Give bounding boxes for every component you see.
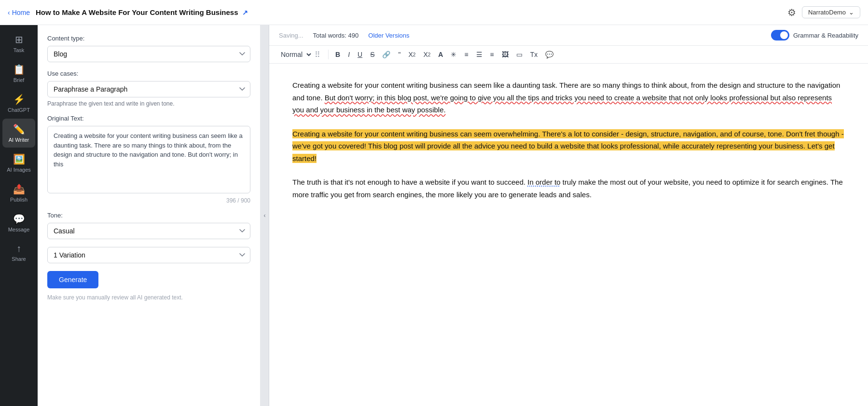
saving-status: Saving... [279,32,303,39]
comment-button[interactable]: 💬 [542,49,556,60]
subscript-button[interactable]: X2 [405,49,418,60]
ai-disclaimer: Make sure you manually review all AI gen… [47,294,250,301]
publish-icon: 📤 [13,183,25,195]
use-case-select[interactable]: Paraphrase a Paragraph [47,81,250,97]
sidebar-item-label-ai-images: AI Images [7,167,31,173]
sidebar-item-ai-images[interactable]: 🖼️ AI Images [2,149,35,177]
sidebar-item-task[interactable]: ⊞ Task [2,29,35,58]
sidebar-item-brief[interactable]: 📋 Brief [2,59,35,88]
paragraph-3-dotted: In order to [527,178,560,186]
title-text: How to Make A Website For Your Content W… [36,8,238,16]
user-menu-button[interactable]: NarratoDemo ⌄ [802,6,860,18]
left-panel: Content type: Blog Use cases: Paraphrase… [38,25,261,406]
tone-label: Tone: [47,212,250,219]
chevron-left-icon: ‹ [264,212,266,219]
collapse-handle[interactable]: ‹ [261,25,269,406]
sidebar-item-ai-writer[interactable]: ✏️ AI Writer [2,119,35,148]
original-text-input[interactable]: Creating a website for your content writ… [47,126,250,193]
chatgpt-icon: ⚡ [13,94,25,105]
chevron-left-icon: ‹ [8,9,10,16]
use-cases-label: Use cases: [47,70,250,77]
grammar-label: Grammar & Readability [793,32,858,39]
strikethrough-button[interactable]: S [367,49,377,60]
format-toolbar: Normal ⠿ B I U S 🔗 " X2 X2 A ✳ ≡ ☰ ≡ 🖼 ▭… [269,46,868,64]
paragraph-3: The truth is that it's not enough to hav… [292,176,845,201]
task-icon: ⊞ [15,34,23,45]
underline-button[interactable]: U [355,49,365,60]
italic-button[interactable]: I [345,49,353,60]
sidebar-item-share[interactable]: ↑ Share [2,238,35,267]
use-case-description: Paraphrase the given text and write in g… [47,100,250,107]
toggle-knob [780,31,788,39]
sidebar-item-label-message: Message [8,227,30,232]
text-style-select[interactable]: Normal [277,49,313,60]
main-layout: ⊞ Task 📋 Brief ⚡ ChatGPT ✏️ AI Writer 🖼️… [0,25,868,406]
editor-topbar: Saving... Total words: 490 Older Version… [269,25,868,46]
ai-writer-icon: ✏️ [13,123,25,135]
sidebar-item-publish[interactable]: 📤 Publish [2,178,35,207]
chevron-down-icon: ⌄ [849,9,854,16]
blockquote-button[interactable]: " [395,49,403,60]
message-icon: 💬 [13,213,25,225]
tone-select[interactable]: Casual [47,223,250,239]
unordered-list-button[interactable]: ☰ [473,49,485,60]
share-icon: ↑ [16,243,21,254]
sidebar-item-message[interactable]: 💬 Message [2,208,35,237]
user-label: NarratoDemo [808,9,846,16]
paragraph-1-wavy: But don't worry; in this blog post, we'r… [292,94,832,114]
toolbar-divider-1 [328,50,329,59]
generate-button[interactable]: Generate [47,271,98,288]
paragraph-2-highlighted: Creating a website for your content writ… [292,128,845,165]
align-button[interactable]: ≡ [487,49,497,60]
top-nav: ‹ Home How to Make A Website For Your Co… [0,0,868,25]
settings-button[interactable]: ⚙ [787,7,796,18]
home-label: Home [12,9,30,16]
sidebar-item-label-task: Task [14,47,25,53]
sidebar-item-label-brief: Brief [14,77,25,83]
paragraph-1: Creating a website for your content writ… [292,79,845,116]
sidebar-item-label-ai-writer: AI Writer [9,137,29,143]
sidebar-item-label-chatgpt: ChatGPT [8,107,30,113]
sidebar-item-chatgpt[interactable]: ⚡ ChatGPT [2,89,35,118]
superscript-button[interactable]: X2 [420,49,433,60]
bold-button[interactable]: B [332,49,343,60]
style-select-group: Normal ⠿ [277,49,320,60]
paragraph-3-start: The truth is that it's not enough to hav… [292,178,527,186]
editor-content[interactable]: Creating a website for your content writ… [269,64,868,406]
brief-icon: 📋 [13,64,25,75]
page-title: How to Make A Website For Your Content W… [36,8,787,16]
sidebar-item-label-share: Share [12,256,26,262]
editor-area: Saving... Total words: 490 Older Version… [269,25,868,406]
link-button[interactable]: 🔗 [379,49,393,60]
style-select-dots-icon: ⠿ [315,50,320,59]
sidebar-item-label-publish: Publish [10,197,28,203]
top-nav-right: ⚙ NarratoDemo ⌄ [787,6,860,18]
embed-button[interactable]: ▭ [513,49,525,60]
special-chars-button[interactable]: ✳ [448,49,459,60]
sidebar: ⊞ Task 📋 Brief ⚡ ChatGPT ✏️ AI Writer 🖼️… [0,25,38,406]
image-button[interactable]: 🖼 [499,49,511,60]
paragraph-2-text: Creating a website for your content writ… [292,129,844,163]
text-color-button[interactable]: A [435,49,446,60]
variations-select[interactable]: 1 Variation [47,247,250,263]
home-link[interactable]: ‹ Home [8,9,30,16]
char-count: 396 / 900 [47,197,250,204]
older-versions-link[interactable]: Older Versions [368,32,409,39]
original-text-label: Original Text: [47,115,250,122]
content-type-select[interactable]: Blog [47,46,250,62]
grammar-toggle[interactable] [771,30,789,41]
word-count: Total words: 490 [313,32,359,39]
grammar-toggle-group: Grammar & Readability [771,30,858,41]
ordered-list-button[interactable]: ≡ [461,49,471,60]
clear-format-button[interactable]: Tx [527,49,541,60]
content-type-label: Content type: [47,35,250,42]
ai-images-icon: 🖼️ [13,153,25,165]
edit-icon[interactable]: ↗ [242,9,248,16]
